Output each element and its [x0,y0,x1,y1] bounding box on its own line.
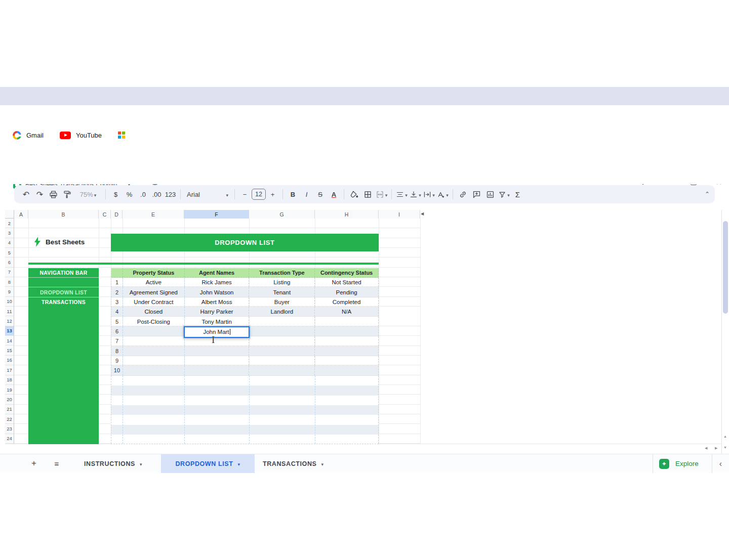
microsoft-bookmark-icon[interactable] [118,132,125,139]
column-header[interactable]: I [379,210,420,219]
cell-contingency-status[interactable] [315,356,379,365]
row-header[interactable]: 15 [5,346,14,355]
cell-transaction-type[interactable] [249,336,315,346]
tab-transactions[interactable]: TRANSACTIONS [255,454,332,473]
row-header[interactable]: 9 [5,287,14,296]
row-header[interactable]: 6 [5,257,14,267]
bookmark-youtube[interactable]: YouTube [76,132,102,139]
paint-format-icon[interactable] [60,188,74,201]
column-header[interactable]: A [14,210,28,219]
row-header[interactable]: 21 [5,405,14,414]
insert-comment-icon[interactable] [470,188,483,201]
explore-button[interactable]: ✦ Explore [659,459,712,469]
row-header[interactable]: 2 [5,219,14,228]
cell-agent-name[interactable]: John Watson [185,287,250,296]
bold-button[interactable]: B [286,188,300,201]
row-header[interactable]: 3 [5,228,14,238]
cell-agent-name[interactable] [185,336,250,346]
cell-transaction-type[interactable]: Buyer [249,297,315,307]
row-header[interactable]: 8 [5,277,14,287]
scroll-up-icon[interactable]: ▲ [723,435,727,438]
scroll-right-icon[interactable]: ▶ [715,446,717,450]
row-header[interactable]: 4 [5,238,14,248]
text-color-button[interactable]: A [327,188,341,201]
increase-decimal-button[interactable]: .00 [150,188,164,201]
vertical-scrollbar-thumb[interactable] [723,221,728,314]
cell-index[interactable]: 4 [111,307,123,316]
cell-property-status[interactable]: Under Contract [123,297,185,307]
cell-property-status[interactable]: Post-Closing [123,317,185,326]
cell-contingency-status[interactable] [315,347,379,356]
row-header[interactable]: 5 [5,248,14,257]
collapse-toolbar-icon[interactable]: ⌃ [705,191,710,198]
editing-cell-f13[interactable]: John Mart [184,326,250,338]
row-header[interactable]: 14 [5,336,14,346]
cell-property-status[interactable] [123,366,185,375]
font-size-field[interactable]: 12 [252,188,266,201]
cell-property-status[interactable] [123,356,185,365]
cell-agent-name[interactable] [185,356,250,365]
cell-transaction-type[interactable] [249,347,315,356]
sidebar-link-transactions[interactable]: TRANSACTIONS [28,297,99,307]
cell-property-status[interactable]: Agreement Signed [123,287,185,296]
column-header[interactable]: F [184,210,249,219]
all-sheets-icon[interactable]: ≡ [51,457,63,469]
tab-instructions[interactable]: INSTRUCTIONS [76,454,150,473]
insert-link-icon[interactable] [456,188,470,201]
row-header[interactable]: 12 [5,316,14,326]
cell-contingency-status[interactable] [315,317,379,326]
decrease-font-size-button[interactable]: − [238,188,252,201]
cell-transaction-type[interactable] [249,327,315,336]
text-wrap-button[interactable] [422,188,436,201]
cell-agent-name[interactable]: Rick James [185,278,250,287]
cell-index[interactable]: 9 [111,356,123,365]
cell-index[interactable]: 2 [111,287,123,296]
text-rotation-button[interactable] [436,188,450,201]
cell-agent-name[interactable] [185,366,250,375]
add-sheet-icon[interactable]: + [28,457,40,469]
vertical-align-button[interactable] [409,188,422,201]
row-header[interactable]: 24 [5,434,14,444]
undo-icon[interactable]: ↶ [19,188,33,201]
cell-transaction-type[interactable] [249,366,315,375]
column-header[interactable]: E [123,210,184,219]
format-percent-button[interactable]: % [123,188,136,201]
cell-transaction-type[interactable] [249,356,315,365]
row-header[interactable]: 23 [5,424,14,434]
cell-contingency-status[interactable] [315,366,379,375]
column-header[interactable]: H [315,210,379,219]
cell-transaction-type[interactable] [249,317,315,326]
merge-cells-button[interactable] [375,188,388,201]
cell-contingency-status[interactable] [315,336,379,346]
italic-button[interactable]: I [300,188,313,201]
cell-contingency-status[interactable]: N/A [315,307,379,316]
cell-agent-name[interactable]: Tony Martin [185,317,250,326]
tab-dropdown-list[interactable]: DROPDOWN LIST [161,454,255,473]
redo-icon[interactable]: ↷ [33,188,47,201]
strikethrough-button[interactable]: S [313,188,327,201]
decrease-decimal-button[interactable]: .0 [136,188,150,201]
row-header[interactable]: 16 [5,356,14,365]
cell-transaction-type[interactable]: Tenant [249,287,315,296]
create-filter-button[interactable] [497,188,511,201]
insert-chart-icon[interactable] [483,188,497,201]
cell-index[interactable]: 1 [111,278,123,287]
row-header[interactable]: 7 [5,268,14,277]
cell-agent-name[interactable]: Harry Parker [185,307,250,316]
cell-property-status[interactable] [123,336,185,346]
cell-transaction-type[interactable]: Listing [249,278,315,287]
scroll-left-icon[interactable]: ◀ [705,446,707,450]
cell-agent-name[interactable] [185,347,250,356]
cell-index[interactable]: 6 [111,327,123,336]
cell-contingency-status[interactable]: Pending [315,287,379,296]
row-header[interactable]: 20 [5,395,14,404]
row-header[interactable]: 11 [5,307,14,316]
column-header[interactable]: D [111,210,123,219]
cell-index[interactable]: 7 [111,336,123,346]
collapse-panel-chevron-icon[interactable]: ‹ [719,459,722,468]
more-formats-button[interactable]: 123 [164,188,177,201]
format-currency-button[interactable]: $ [109,188,123,201]
cell-contingency-status[interactable]: Not Started [315,278,379,287]
borders-icon[interactable] [361,188,375,201]
cell-index[interactable]: 8 [111,347,123,356]
